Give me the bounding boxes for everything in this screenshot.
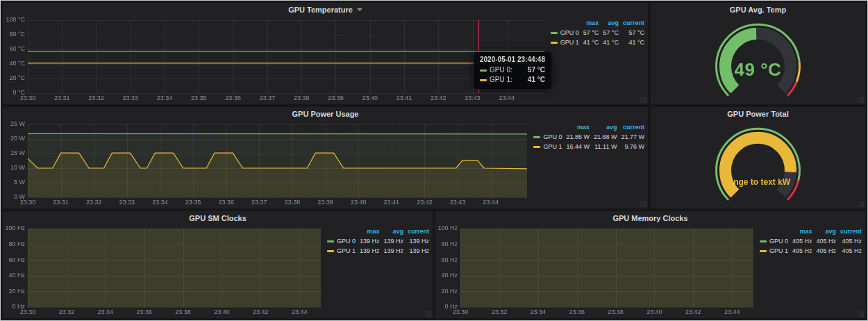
legend-series-label: GPU 0 [337,238,356,245]
panel-gpu-power-usage: GPU Power Usage max avg current [3,107,648,208]
panel-title-text: GPU SM Clocks [189,214,247,222]
legend-header-current[interactable]: current [621,18,646,28]
legend-series-gpu0[interactable]: GPU 0 [325,236,358,246]
gpu-temperature-chart-canvas[interactable] [3,16,549,104]
legend-header-max[interactable]: max [564,122,592,132]
legend-value-current: 41 °C [621,38,646,47]
gpu-power-usage-chart-canvas[interactable] [3,120,531,208]
series-color-icon [760,240,767,242]
gpu-sm-clocks-chart [3,224,325,318]
panel-title-text: GPU Power Total [727,110,788,118]
legend-series-label: GPU 1 [560,39,579,46]
legend-series-label: GPU 0 [769,238,788,245]
legend-value-current: 139 Hz [406,246,431,256]
gauge-value-text: 49 °C [651,59,865,81]
legend-series-gpu1[interactable]: GPU 1 [531,142,564,151]
chart-tooltip: 2020-05-01 23:44:48 GPU 0: 57 °C GPU 1: … [474,52,551,89]
grafana-dashboard: GPU Temperature 2020-05-01 23:44:48 GPU … [0,0,868,321]
legend-header-blank [531,122,564,132]
legend-series-gpu1[interactable]: GPU 1 [758,246,790,256]
gpu-power-total-gauge: range to text kW [651,120,865,208]
legend-value-current: 139 Hz [406,236,431,246]
panel-title-text: GPU Memory Clocks [612,214,687,222]
gauge-value-text: range to text kW [651,177,865,187]
legend-value-avg: 139 Hz [381,246,406,256]
legend-value-avg: 11.11 W [592,142,619,151]
legend-value-avg: 405 Hz [814,236,838,246]
series-color-icon [327,240,334,242]
panel-title-gpu-temperature[interactable]: GPU Temperature [3,3,648,16]
legend-value-max: 139 Hz [358,246,382,256]
legend-series-gpu0[interactable]: GPU 0 [531,132,564,142]
panel-title-gpu-memory-clocks[interactable]: GPU Memory Clocks [435,211,865,224]
gpu-sm-clocks-chart-canvas[interactable] [3,224,325,318]
legend-header-max[interactable]: max [358,227,382,236]
gpu-power-usage-chart [3,120,531,208]
dashboard-row-3: GPU SM Clocks max avg current [3,211,865,318]
series-color-icon [551,32,558,34]
panel-resize-handle[interactable] [640,97,646,103]
legend-value-current: 9.76 W [619,142,646,151]
panel-resize-handle[interactable] [858,97,864,103]
gpu-power-total-gauge-canvas [651,120,865,208]
panel-resize-handle[interactable] [858,311,864,317]
legend-gpu-sm-clocks: max avg current GPU 0 139 Hz 139 Hz 139 … [325,224,433,318]
panel-gpu-power-total: GPU Power Total range to text kW [651,107,865,208]
legend-header-current[interactable]: current [406,227,431,236]
legend-row-gpu0: GPU 0 405 Hz 405 Hz 405 Hz [758,236,864,246]
legend-value-max: 139 Hz [358,236,382,246]
gpu-avg-temp-gauge: 49 °C [651,16,865,104]
legend-header-max[interactable]: max [581,18,601,28]
legend-value-max: 21.86 W [564,132,592,142]
legend-series-gpu1[interactable]: GPU 1 [325,246,358,256]
legend-gpu-memory-clocks: max avg current GPU 0 405 Hz 405 Hz 405 … [758,224,865,318]
series-color-icon [533,136,540,138]
legend-gpu-power-usage: max avg current GPU 0 21.86 W 21.68 W 21… [531,120,648,208]
panel-title-gpu-power-usage[interactable]: GPU Power Usage [3,107,648,120]
panel-resize-handle[interactable] [858,201,864,207]
legend-header-current[interactable]: current [619,122,646,132]
legend-header-avg[interactable]: avg [814,227,838,236]
panel-resize-handle[interactable] [425,311,431,317]
legend-row-gpu0: GPU 0 57 °C 57 °C 57 °C [549,28,646,38]
legend-series-label: GPU 1 [337,247,356,254]
legend-value-max: 16.44 W [564,142,592,151]
panel-title-text: GPU Power Usage [292,110,359,118]
legend-row-gpu1: GPU 1 139 Hz 139 Hz 139 Hz [325,246,431,256]
legend-series-label: GPU 0 [560,29,579,36]
legend-row-gpu1: GPU 1 41 °C 41 °C 41 °C [549,38,646,47]
legend-value-avg: 41 °C [601,38,621,47]
legend-value-max: 405 Hz [790,246,815,256]
tooltip-row-gpu1: GPU 1: 41 °C [480,75,545,85]
gpu-temperature-chart: 2020-05-01 23:44:48 GPU 0: 57 °C GPU 1: … [3,16,549,104]
legend-value-avg: 21.68 W [592,132,619,142]
series-color-icon [760,250,767,252]
legend-header-current[interactable]: current [838,227,864,236]
series-color-icon [533,146,540,148]
panel-title-gpu-sm-clocks[interactable]: GPU SM Clocks [3,211,433,224]
legend-value-avg: 139 Hz [381,236,406,246]
legend-value-max: 405 Hz [790,236,815,246]
legend-header-avg[interactable]: avg [592,122,619,132]
legend-row-gpu0: GPU 0 139 Hz 139 Hz 139 Hz [325,236,431,246]
legend-row-gpu0: GPU 0 21.86 W 21.68 W 21.77 W [531,132,646,142]
legend-series-label: GPU 0 [543,133,562,140]
legend-gpu-temperature: max avg current GPU 0 57 °C 57 °C 57 °C [549,16,648,104]
panel-title-gpu-power-total[interactable]: GPU Power Total [651,107,865,120]
panel-gpu-memory-clocks: GPU Memory Clocks max avg current [435,211,865,318]
legend-header-max[interactable]: max [790,227,815,236]
legend-series-gpu0[interactable]: GPU 0 [758,236,790,246]
panel-title-gpu-avg-temp[interactable]: GPU Avg. Temp [651,3,865,16]
legend-value-current: 21.77 W [619,132,646,142]
panel-resize-handle[interactable] [640,201,646,207]
legend-row-gpu1: GPU 1 405 Hz 405 Hz 405 Hz [758,246,864,256]
legend-series-gpu1[interactable]: GPU 1 [549,38,581,47]
gpu-memory-clocks-chart-canvas[interactable] [435,224,758,318]
legend-header-blank [758,227,790,236]
legend-header-avg[interactable]: avg [601,18,621,28]
legend-series-label: GPU 1 [769,247,788,254]
legend-series-gpu0[interactable]: GPU 0 [549,28,581,38]
legend-header-avg[interactable]: avg [381,227,406,236]
series-color-icon [327,250,334,252]
legend-value-current: 57 °C [621,28,646,38]
